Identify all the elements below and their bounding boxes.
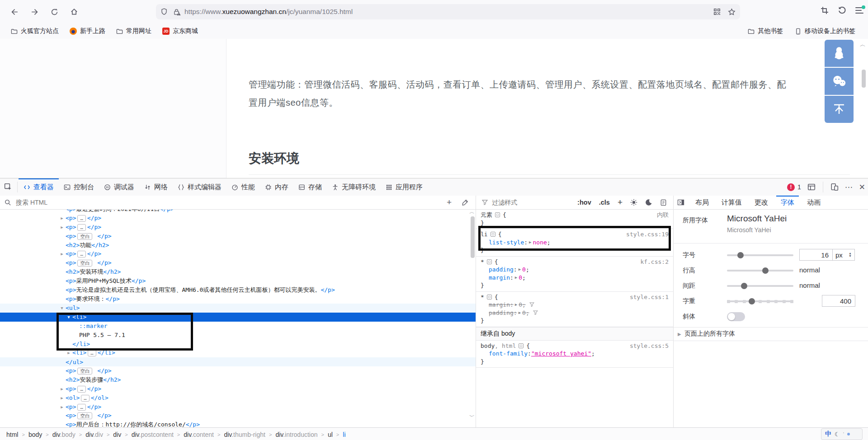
tree-row[interactable]: <p>用户后台：http://你的域名/console/</p> <box>0 420 476 427</box>
devtools-meatball-menu-icon[interactable]: ⋯ <box>845 183 853 192</box>
css-property[interactable]: padding: ▶0; <box>481 309 669 317</box>
breadcrumb-item[interactable]: div.thumb-right <box>224 431 265 438</box>
forward-button[interactable] <box>29 6 40 17</box>
breadcrumb-item[interactable]: div.postcontent <box>132 431 174 438</box>
devtools-tab-network[interactable]: 网络 <box>139 178 173 196</box>
pseudo-cls-button[interactable]: .cls <box>599 199 610 206</box>
letter-spacing-slider[interactable] <box>727 285 793 287</box>
tree-expander[interactable]: ▶ <box>60 225 64 229</box>
rule-source-link[interactable]: kf.css:2 <box>640 258 669 266</box>
font-weight-input[interactable]: 400 <box>822 295 855 307</box>
breadcrumb-item[interactable]: li <box>343 431 345 438</box>
rule-source-link[interactable]: style.css:1 <box>630 293 669 301</box>
dark-theme-icon[interactable] <box>645 199 652 206</box>
tree-scrollbar-up-arrow[interactable]: ︿ <box>469 208 475 216</box>
lock-warning-icon[interactable] <box>173 9 180 15</box>
tree-row[interactable]: <h2>功能</h2> <box>0 241 476 250</box>
tree-expander[interactable]: ▼ <box>60 306 64 310</box>
breadcrumb-item[interactable]: div.content <box>184 431 214 438</box>
tree-row[interactable]: ▶<p>…</p> <box>0 403 476 412</box>
devtools-close-icon[interactable]: ✕ <box>859 183 865 192</box>
add-node-icon[interactable]: + <box>447 197 452 207</box>
breadcrumb-item[interactable]: ul <box>328 431 333 438</box>
css-property[interactable]: padding: ▶0; <box>481 266 669 274</box>
tree-row[interactable]: <p>最近更新时间：2021年6月11日</p> <box>0 210 476 214</box>
back-to-top-button[interactable] <box>825 96 854 123</box>
tree-row[interactable]: <p>采用PHP+MySQL技术</p> <box>0 276 476 286</box>
devtools-tab-storage[interactable]: 存储 <box>293 178 327 196</box>
css-rule[interactable]: * {kf.css:2padding: ▶0;margin: ▶0;} <box>476 257 673 292</box>
tree-row[interactable]: <p>空白 </p> <box>0 411 476 420</box>
rule-source-link[interactable]: style.css:5 <box>630 342 669 350</box>
tree-row[interactable]: <h2>安装步骤</h2> <box>0 375 476 384</box>
devtools-tab-performance[interactable]: 性能 <box>226 178 260 196</box>
tree-scrollbar-down-arrow[interactable]: ﹀ <box>469 413 475 421</box>
sidebar-tab[interactable]: 布局 <box>689 196 715 210</box>
reload-button[interactable] <box>49 6 60 17</box>
breadcrumb-item[interactable]: div.div <box>85 431 103 438</box>
app-menu-icon[interactable] <box>855 7 863 14</box>
tree-row[interactable]: <p>空白 </p> <box>0 232 476 241</box>
font-size-slider[interactable] <box>727 254 793 256</box>
breadcrumb-item[interactable]: div.introduction <box>275 431 317 438</box>
css-rule[interactable]: body, html {style.css:5font-family: "mic… <box>476 341 673 368</box>
sidebar-tab[interactable]: 字体 <box>774 196 801 210</box>
print-media-icon[interactable] <box>660 199 667 206</box>
tree-row[interactable]: ▶<p>…</p> <box>0 384 476 393</box>
undo-restore-icon[interactable] <box>838 6 846 14</box>
tree-row[interactable]: <p>空白 </p> <box>0 258 476 267</box>
tracking-shield-icon[interactable] <box>160 8 168 15</box>
devtools-tab-application[interactable]: 应用程序 <box>381 178 428 196</box>
tree-row[interactable]: ▶<p>…</p> <box>0 249 476 258</box>
tree-row[interactable]: <p>无论是虚拟主机还是云主机（使用宝塔、AMH6.0或者其他任何云主机面板）都… <box>0 286 476 295</box>
ime-indicator[interactable]: 中 ☾ ’ <box>821 428 863 440</box>
responsive-design-icon[interactable] <box>830 183 839 191</box>
css-property[interactable]: font-family: "microsoft yahei"; <box>481 350 669 358</box>
all-fonts-expander[interactable]: ▶ <box>678 332 681 337</box>
bookmark-item[interactable]: 新手上路 <box>70 27 105 35</box>
tree-row[interactable]: ▶<p>…</p> <box>0 223 476 232</box>
pick-element-icon[interactable] <box>0 183 16 191</box>
tree-expander[interactable]: ▶ <box>60 396 64 400</box>
bookmark-item[interactable]: 常用网址 <box>116 27 151 35</box>
css-property[interactable]: margin: ▶0; <box>481 301 669 309</box>
new-rule-icon[interactable]: + <box>618 197 623 207</box>
tree-row[interactable]: <h2>安装环境</h2> <box>0 267 476 276</box>
page-scrollbar-up-arrow[interactable]: ︿ <box>860 41 866 49</box>
all-fonts-label[interactable]: 页面上的所有字体 <box>684 330 735 338</box>
font-size-input[interactable]: 16 <box>799 249 833 261</box>
filter-styles-input[interactable] <box>491 198 552 206</box>
sidebar-tab[interactable]: 动画 <box>801 196 827 210</box>
css-property[interactable]: margin: ▶0; <box>481 274 669 282</box>
tree-row[interactable]: <p>空白 </p> <box>0 366 476 375</box>
dock-options-icon[interactable] <box>807 183 816 191</box>
qq-contact-button[interactable] <box>825 40 854 67</box>
address-bar[interactable]: https://www.xuezuowangzhan.cn/jc/yuanma/… <box>156 4 740 19</box>
devtools-tab-console[interactable]: 控制台 <box>59 178 99 196</box>
devtools-tab-accessibility[interactable]: 无障碍环境 <box>327 178 381 196</box>
property-expand-arrow[interactable]: ▶ <box>519 266 521 274</box>
tree-row[interactable]: ▶<ol>…</ol> <box>0 393 476 403</box>
tree-expander[interactable]: ▶ <box>60 405 64 409</box>
tree-scrollbar-thumb[interactable] <box>471 216 475 258</box>
sidebar-tab[interactable]: 计算值 <box>715 196 748 210</box>
search-html-input[interactable] <box>15 198 447 206</box>
expand-sidebar-icon[interactable] <box>677 199 684 206</box>
bookmark-item[interactable]: 火狐官方站点 <box>11 27 59 35</box>
error-count[interactable]: !1 <box>787 183 801 191</box>
line-height-slider[interactable] <box>727 270 793 271</box>
bookmark-star-icon[interactable] <box>728 8 736 16</box>
light-theme-icon[interactable] <box>630 199 637 206</box>
breadcrumb-item[interactable]: div <box>113 431 121 438</box>
tree-expander[interactable]: ▶ <box>60 387 64 391</box>
breadcrumb-item[interactable]: div.body <box>52 431 75 438</box>
screenshot-crop-icon[interactable] <box>821 6 829 14</box>
devtools-tab-memory[interactable]: 内存 <box>260 178 293 196</box>
devtools-tab-inspector[interactable]: 查看器 <box>19 178 59 196</box>
page-scrollbar-thumb[interactable] <box>862 70 866 88</box>
sidebar-tab[interactable]: 更改 <box>748 196 774 210</box>
font-weight-slider[interactable] <box>727 300 793 302</box>
breadcrumb-item[interactable]: html <box>6 431 18 438</box>
tree-row[interactable]: ▶<p>…</p> <box>0 214 476 223</box>
tree-row[interactable]: <p>要求环境：</p> <box>0 295 476 304</box>
